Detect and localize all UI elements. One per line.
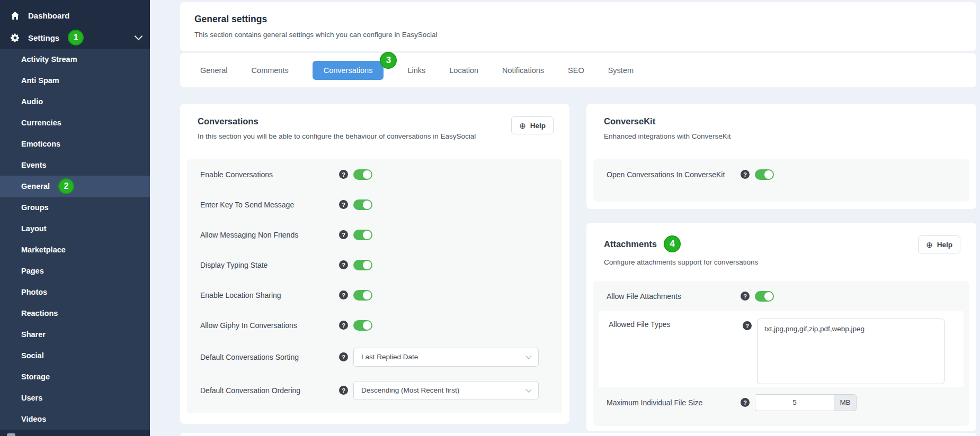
setting-row-enable-location-sharing: Enable Location Sharing?: [187, 280, 562, 310]
sidebar-subitem-marketplace[interactable]: Marketplace: [0, 239, 150, 260]
question-help-icon[interactable]: ?: [339, 200, 348, 209]
chevron-down-icon: [525, 386, 531, 392]
sidebar-subitem-label: Videos: [21, 415, 46, 423]
help-button[interactable]: ⊕ Help: [918, 235, 960, 253]
sidebar-subitem-label: Social: [21, 351, 44, 360]
sidebar-top-section: Dashboard Settings 1: [0, 0, 150, 49]
panel-subtitle: Configure attachments support for conver…: [604, 258, 758, 266]
sidebar-subitem-pages[interactable]: Pages: [0, 260, 150, 281]
setting-row-enter-key-to-send-message: Enter Key To Send Message?: [187, 189, 562, 220]
attachments-panel: Attachments 4 Configure attachments supp…: [586, 223, 976, 431]
toggle-knob: [764, 292, 773, 301]
tab-links[interactable]: Links: [407, 66, 425, 75]
setting-label: Display Typing State: [200, 261, 339, 269]
sidebar-subitem-label: Activity Stream: [21, 55, 77, 63]
settings-tabbar: GeneralCommentsConversations3LinksLocati…: [180, 53, 976, 87]
setting-label: Default Conversations Sorting: [200, 353, 339, 361]
question-help-icon[interactable]: ?: [743, 321, 752, 330]
sidebar-subitem-groups[interactable]: Groups: [0, 197, 150, 218]
conversekit-panel: ConverseKit Enhanced integrations with C…: [586, 104, 976, 209]
question-help-icon[interactable]: ?: [339, 290, 348, 299]
toggle-switch-allow-file-attachments[interactable]: [755, 291, 774, 302]
question-help-icon[interactable]: ?: [339, 321, 348, 330]
tab-general[interactable]: General: [200, 66, 228, 75]
question-help-icon[interactable]: ?: [339, 260, 348, 269]
toggle-switch-enable-location-sharing[interactable]: [353, 290, 372, 301]
panel-subtitle: In this section you will be able to conf…: [198, 132, 476, 140]
sidebar-subitem-anti-spam[interactable]: Anti Spam: [0, 70, 150, 91]
setting-row-allow-giphy-in-conversations: Allow Giphy In Conversations?: [187, 310, 562, 340]
tab-conversations[interactable]: Conversations3: [313, 61, 384, 80]
conversations-panel: Conversations In this section you will b…: [180, 104, 569, 424]
toggle-switch-open-conversations-in-conversekit[interactable]: [755, 169, 774, 180]
select-default-conversation-ordering[interactable]: Descending (Most Recent first): [353, 381, 539, 400]
select-value: Last Replied Date: [361, 353, 418, 361]
textarea-allowed-file-types[interactable]: txt,jpg,png,gif,zip,pdf,webp,jpeg: [757, 319, 945, 384]
settings-group: Open Conversations In ConverseKit?: [593, 159, 969, 202]
question-help-icon[interactable]: ?: [339, 230, 348, 239]
question-help-icon[interactable]: ?: [741, 170, 750, 179]
tab-notifications[interactable]: Notifications: [502, 66, 544, 75]
tab-comments[interactable]: Comments: [252, 66, 289, 75]
tab-location[interactable]: Location: [449, 66, 478, 75]
question-help-icon[interactable]: ?: [339, 386, 348, 395]
sidebar-subitem-sharer[interactable]: Sharer: [0, 324, 150, 345]
sidebar-subitem-audio[interactable]: Audio: [0, 91, 150, 112]
panel-title: Attachments 4: [604, 235, 758, 252]
tab-seo[interactable]: SEO: [568, 66, 584, 75]
toggle-switch-display-typing-state[interactable]: [353, 260, 372, 270]
sidebar-subitem-events[interactable]: Events: [0, 155, 150, 176]
toggle-knob: [363, 261, 371, 269]
question-help-icon[interactable]: ?: [741, 398, 750, 407]
panel-title: Conversations: [198, 116, 476, 126]
sidebar-subitem-general[interactable]: General2: [0, 176, 150, 197]
number-input-maximum-individual-file-size[interactable]: 5: [755, 394, 834, 411]
toggle-knob: [363, 170, 371, 179]
toggle-knob: [363, 321, 371, 330]
sidebar-subitem-label: Storage: [21, 373, 50, 381]
sidebar-subitem-label: General: [21, 182, 50, 190]
select-value: Descending (Most Recent first): [361, 386, 459, 394]
tab-system[interactable]: System: [608, 66, 634, 75]
sidebar-subitem-videos[interactable]: Videos: [0, 408, 150, 430]
select-default-conversations-sorting[interactable]: Last Replied Date: [353, 348, 539, 367]
toggle-knob: [764, 170, 773, 179]
sidebar-subitem-currencies[interactable]: Currencies: [0, 112, 150, 133]
sidebar-subitem-label: Users: [21, 394, 42, 402]
setting-row-enable-conversations: Enable Conversations?: [187, 159, 562, 189]
toggle-switch-enable-conversations[interactable]: [353, 169, 372, 180]
toggle-switch-allow-messaging-non-friends[interactable]: [353, 230, 372, 240]
setting-label: Enable Conversations: [200, 170, 339, 179]
sidebar-subitem-reactions[interactable]: Reactions: [0, 303, 150, 324]
sidebar-subitem-layout[interactable]: Layout: [0, 218, 150, 239]
sidebar-subitem-storage[interactable]: Storage: [0, 366, 150, 387]
setting-row-allowed-file-types: Allowed File Types?txt,jpg,png,gif,zip,p…: [599, 311, 964, 387]
page-header: General settings This section contains g…: [180, 2, 976, 51]
sidebar-subitem-label: Photos: [21, 288, 47, 296]
sidebar-subitem-social[interactable]: Social: [0, 345, 150, 366]
toggle-switch-enter-key-to-send-message[interactable]: [353, 199, 372, 210]
sidebar-subitem-activity-stream[interactable]: Activity Stream: [0, 49, 150, 70]
question-help-icon[interactable]: ?: [741, 292, 750, 301]
sidebar-subitem-emoticons[interactable]: Emoticons: [0, 133, 150, 155]
sidebar-item-settings[interactable]: Settings 1: [0, 26, 150, 49]
panel-subtitle: Enhanced integrations with ConverseKit: [604, 132, 730, 140]
setting-label: Enter Key To Send Message: [200, 201, 339, 209]
question-help-icon[interactable]: ?: [339, 170, 348, 179]
question-help-icon[interactable]: ?: [339, 352, 348, 361]
setting-label: Default Conversation Ordering: [200, 386, 339, 395]
step-badge-4: 4: [664, 235, 681, 252]
number-input-group: 5MB: [755, 394, 857, 411]
globe-icon: ⊕: [519, 122, 526, 130]
toggle-switch-allow-giphy-in-conversations[interactable]: [353, 320, 372, 331]
sidebar-subitem-label: Sharer: [21, 330, 46, 339]
sidebar-item-dashboard[interactable]: Dashboard: [0, 4, 150, 26]
help-button[interactable]: ⊕ Help: [511, 116, 554, 134]
next-section-peek: [180, 433, 976, 436]
sidebar-submenu: Activity StreamAnti SpamAudioCurrenciesE…: [0, 49, 150, 430]
tab-label: SEO: [568, 66, 584, 75]
sidebar-subitem-photos[interactable]: Photos: [0, 281, 150, 303]
sidebar-subitem-label: Layout: [21, 224, 47, 233]
toggle-knob: [363, 201, 371, 209]
sidebar-subitem-users[interactable]: Users: [0, 387, 150, 408]
